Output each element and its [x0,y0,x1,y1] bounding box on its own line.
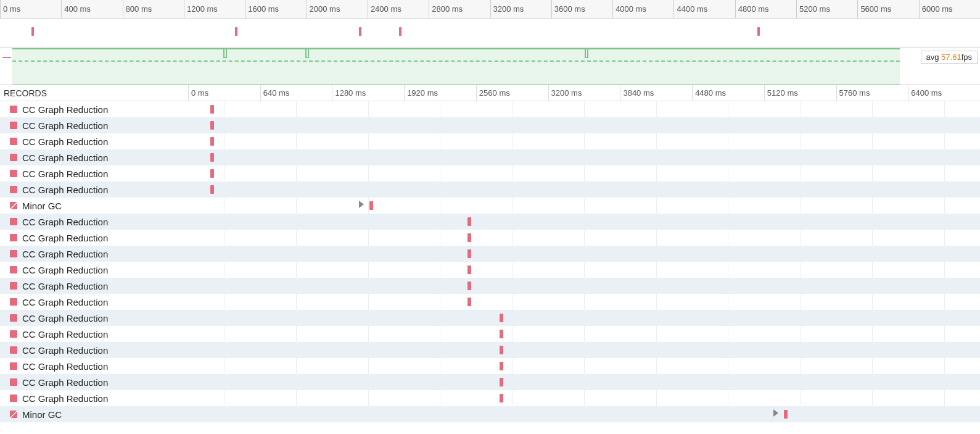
cc-graph-swatch-icon [10,186,17,193]
record-row[interactable]: CC Graph Reduction [0,214,188,230]
record-timeline-row[interactable] [188,358,980,374]
record-bar[interactable] [210,137,214,146]
overview-ruler[interactable]: 0 ms400 ms800 ms1200 ms1600 ms2000 ms240… [0,0,980,19]
record-row[interactable]: CC Graph Reduction [0,230,188,246]
record-bar[interactable] [500,314,503,322]
record-timeline-row[interactable] [188,342,980,358]
record-bar[interactable] [210,105,214,114]
record-bar[interactable] [467,298,471,306]
record-row[interactable]: CC Graph Reduction [0,262,188,278]
record-row[interactable]: CC Graph Reduction [0,278,188,294]
record-timeline-row[interactable] [188,326,980,342]
record-row[interactable]: Minor GC [0,406,188,422]
record-bar[interactable] [500,362,503,370]
overview-tick: 5600 ms [857,0,891,19]
record-row[interactable]: CC Graph Reduction [0,294,188,310]
record-row[interactable]: CC Graph Reduction [0,149,188,165]
fps-avg-unit: fps [961,52,972,62]
overview-timeline[interactable]: 0 ms400 ms800 ms1200 ms1600 ms2000 ms240… [0,0,980,48]
fps-avg-value: 57.61 [941,52,961,62]
record-name: CC Graph Reduction [22,377,108,388]
record-bar[interactable] [369,201,373,210]
records-tick: 3200 ms [548,85,582,101]
record-bar[interactable] [500,346,503,354]
fps-dip [585,49,588,58]
cc-graph-swatch-icon [10,154,17,161]
cc-graph-swatch-icon [10,218,17,225]
record-row[interactable]: Minor GC [0,198,188,214]
overview-marker [235,27,237,36]
fps-dip [305,49,309,58]
record-row[interactable]: CC Graph Reduction [0,326,188,342]
record-name: CC Graph Reduction [22,329,108,340]
record-timeline-row[interactable] [188,246,980,262]
record-row[interactable]: CC Graph Reduction [0,246,188,262]
record-bar[interactable] [210,153,214,162]
record-timeline-row[interactable] [188,278,980,294]
record-name: CC Graph Reduction [22,152,108,163]
record-timeline-row[interactable] [188,230,980,246]
record-timeline-row[interactable] [188,101,980,117]
record-timeline-row[interactable] [188,133,980,149]
expand-chevron-icon[interactable] [359,201,364,208]
record-timeline-row[interactable] [188,374,980,390]
record-row[interactable]: CC Graph Reduction [0,133,188,149]
record-timeline-row[interactable] [188,214,980,230]
record-bar[interactable] [467,233,471,242]
record-bar[interactable] [210,121,214,130]
records-right-column[interactable]: 0 ms640 ms1280 ms1920 ms2560 ms3200 ms38… [188,85,980,422]
record-row[interactable]: CC Graph Reduction [0,165,188,182]
record-timeline-row[interactable] [188,198,980,214]
record-row[interactable]: CC Graph Reduction [0,310,188,326]
record-timeline-row[interactable] [188,262,980,278]
records-tick: 0 ms [188,85,208,101]
overview-tick: 2800 ms [429,0,463,19]
records-tick: 2560 ms [476,85,510,101]
record-row[interactable]: CC Graph Reduction [0,117,188,133]
overview-markers [0,19,980,48]
record-timeline-row[interactable] [188,182,980,198]
record-row[interactable]: CC Graph Reduction [0,182,188,198]
fps-avg-text: avg [926,52,939,62]
record-bar[interactable] [467,249,471,258]
overview-tick: 3600 ms [551,0,585,19]
expand-chevron-icon[interactable] [773,409,778,417]
cc-graph-swatch-icon [10,138,17,145]
overview-tick: 0 ms [0,0,20,19]
record-bar[interactable] [500,394,503,403]
fps-avg-line [12,61,900,62]
record-bar[interactable] [500,330,503,338]
minor-gc-swatch-icon [10,411,17,418]
record-timeline-row[interactable] [188,149,980,165]
record-row[interactable]: CC Graph Reduction [0,358,188,374]
cc-graph-swatch-icon [10,266,17,273]
record-row[interactable]: CC Graph Reduction [0,342,188,358]
record-timeline-row[interactable] [188,294,980,310]
record-timeline-row[interactable] [188,165,980,182]
records-tick: 5120 ms [764,85,798,101]
record-timeline-row[interactable] [188,406,980,422]
record-bar[interactable] [467,265,471,274]
record-name: CC Graph Reduction [22,297,108,307]
record-bar[interactable] [210,169,214,178]
overview-marker [359,27,361,36]
record-timeline-row[interactable] [188,310,980,326]
overview-marker [31,27,34,36]
fps-dip [223,49,227,58]
overview-marker [399,27,401,36]
record-name: CC Graph Reduction [22,265,108,275]
record-bar[interactable] [467,282,471,290]
record-bar[interactable] [467,217,471,226]
record-timeline-row[interactable] [188,117,980,133]
records-ruler[interactable]: 0 ms640 ms1280 ms1920 ms2560 ms3200 ms38… [188,85,980,101]
overview-tick: 2000 ms [307,0,340,19]
record-name: CC Graph Reduction [22,313,108,323]
record-bar[interactable] [210,185,214,194]
record-bar[interactable] [500,378,503,386]
overview-marker [757,27,760,36]
record-bar[interactable] [784,410,788,419]
record-row[interactable]: CC Graph Reduction [0,101,188,117]
record-timeline-row[interactable] [188,390,980,406]
record-row[interactable]: CC Graph Reduction [0,374,188,390]
record-row[interactable]: CC Graph Reduction [0,390,188,406]
